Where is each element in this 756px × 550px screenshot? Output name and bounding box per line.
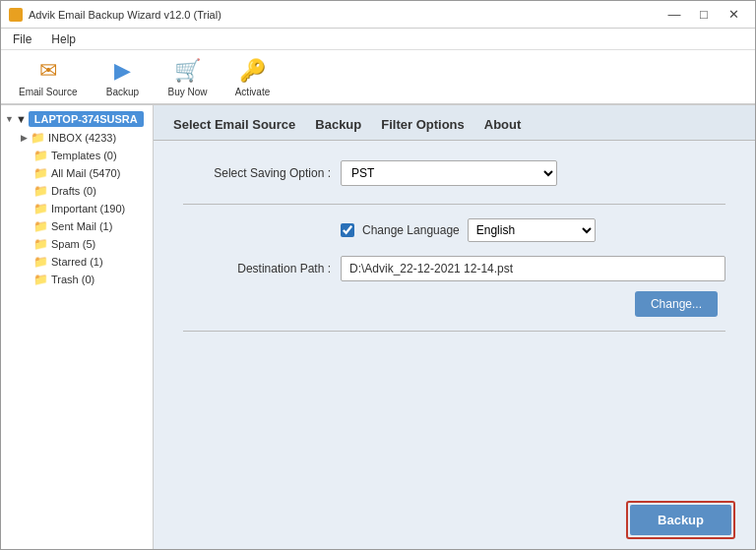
sidebar-item-inbox-label: INBOX (4233) <box>48 132 116 144</box>
sidebar-item-trash-label: Trash (0) <box>51 274 94 285</box>
destination-row: Destination Path : D:\Advik_22-12-2021 1… <box>183 256 725 281</box>
backup-button-wrapper: Backup <box>626 501 735 539</box>
divider-bottom <box>183 331 725 332</box>
window-title: Advik Email Backup Wizard v12.0 (Trial) <box>29 9 221 21</box>
tab-backup[interactable]: Backup <box>315 115 361 134</box>
change-language-label: Change Language <box>362 223 460 237</box>
toolbar-backup-label: Backup <box>106 87 139 97</box>
sidebar-item-sentmail[interactable]: 📁 Sent Mail (1) <box>17 217 153 235</box>
title-bar-left: Advik Email Backup Wizard v12.0 (Trial) <box>9 8 221 22</box>
sentmail-folder-icon: 📁 <box>33 219 48 233</box>
toolbar-email-source[interactable]: ✉ Email Source <box>13 53 83 101</box>
sidebar-item-sentmail-label: Sent Mail (1) <box>51 220 112 232</box>
menu-help[interactable]: Help <box>47 31 80 48</box>
spam-folder-icon: 📁 <box>33 237 48 251</box>
trash-folder-icon: 📁 <box>33 273 48 286</box>
sidebar-group: ▶ 📁 INBOX (4233) 📁 Templates (0) 📁 All M… <box>1 129 153 288</box>
minimize-button[interactable]: — <box>661 4 688 26</box>
inbox-expand-icon: ▶ <box>21 133 28 143</box>
expand-sub-icon: ▼ <box>16 113 27 125</box>
toolbar-activate[interactable]: 🔑 Activate <box>228 53 276 101</box>
title-controls: — □ ✕ <box>661 4 747 26</box>
sidebar-item-spam-label: Spam (5) <box>51 238 95 250</box>
toolbar: ✉ Email Source ▶ Backup 🛒 Buy Now 🔑 Acti… <box>1 50 755 105</box>
backup-icon: ▶ <box>108 57 136 85</box>
drafts-folder-icon: 📁 <box>33 184 48 198</box>
close-button[interactable]: ✕ <box>720 4 747 26</box>
menu-file[interactable]: File <box>9 31 35 48</box>
buy-now-icon: 🛒 <box>173 57 201 85</box>
sidebar-item-important-label: Important (190) <box>51 203 125 214</box>
change-button[interactable]: Change... <box>635 291 718 317</box>
sidebar-item-templates-label: Templates (0) <box>51 150 117 161</box>
tab-filter-options[interactable]: Filter Options <box>381 115 465 134</box>
language-row: Change Language English French Spanish G… <box>183 218 725 242</box>
sidebar-item-starred[interactable]: 📁 Starred (1) <box>17 253 153 271</box>
saving-option-row: Select Saving Option : PST MBOX EML MSG … <box>183 160 725 186</box>
title-bar: Advik Email Backup Wizard v12.0 (Trial) … <box>1 1 755 29</box>
toolbar-email-source-label: Email Source <box>19 87 77 97</box>
nav-tabs: Select Email Source Backup Filter Option… <box>154 105 755 141</box>
allmail-folder-icon: 📁 <box>33 166 48 180</box>
app-icon <box>9 8 23 22</box>
saving-option-select[interactable]: PST MBOX EML MSG HTML PDF <box>341 160 557 186</box>
change-btn-row: Change... <box>183 291 725 317</box>
sidebar-item-trash[interactable]: 📁 Trash (0) <box>17 271 153 288</box>
activate-icon: 🔑 <box>238 57 266 85</box>
inbox-folder-icon: 📁 <box>31 131 45 145</box>
destination-label: Destination Path : <box>183 262 341 275</box>
form-area: Select Saving Option : PST MBOX EML MSG … <box>154 141 755 491</box>
sidebar-item-spam[interactable]: 📁 Spam (5) <box>17 235 153 253</box>
backup-button[interactable]: Backup <box>630 505 731 535</box>
change-language-checkbox[interactable] <box>341 223 354 237</box>
root-expand-icon: ▼ <box>5 114 14 124</box>
toolbar-activate-label: Activate <box>235 87 271 97</box>
toolbar-buy-now[interactable]: 🛒 Buy Now <box>161 53 213 101</box>
sidebar: ▼ ▼ LAPTOP-374SUSRA ▶ 📁 INBOX (4233) 📁 T… <box>1 105 154 549</box>
sidebar-item-drafts[interactable]: 📁 Drafts (0) <box>17 182 153 200</box>
menu-bar: File Help <box>1 29 755 50</box>
tab-select-email-source[interactable]: Select Email Source <box>173 115 295 134</box>
starred-folder-icon: 📁 <box>33 255 48 269</box>
maximize-button[interactable]: □ <box>690 4 718 26</box>
divider-top <box>183 204 725 205</box>
sidebar-item-drafts-label: Drafts (0) <box>51 185 96 197</box>
email-source-icon: ✉ <box>34 57 62 85</box>
sidebar-laptop-label[interactable]: LAPTOP-374SUSRA <box>29 111 144 127</box>
saving-option-label: Select Saving Option : <box>183 166 341 180</box>
sidebar-item-important[interactable]: 📁 Important (190) <box>17 200 153 217</box>
destination-path-display: D:\Advik_22-12-2021 12-14.pst <box>341 256 725 281</box>
sidebar-root[interactable]: ▼ ▼ LAPTOP-374SUSRA <box>1 109 153 129</box>
toolbar-buy-now-label: Buy Now <box>167 87 207 97</box>
app-window: Advik Email Backup Wizard v12.0 (Trial) … <box>0 0 756 550</box>
content-area: ▼ ▼ LAPTOP-374SUSRA ▶ 📁 INBOX (4233) 📁 T… <box>1 105 755 549</box>
sidebar-item-allmail-label: All Mail (5470) <box>51 167 120 179</box>
sidebar-item-allmail[interactable]: 📁 All Mail (5470) <box>17 164 153 182</box>
templates-folder-icon: 📁 <box>33 149 48 162</box>
toolbar-backup[interactable]: ▶ Backup <box>98 53 146 101</box>
important-folder-icon: 📁 <box>33 202 48 215</box>
bottom-bar: Backup <box>154 491 755 549</box>
sidebar-item-templates[interactable]: 📁 Templates (0) <box>17 147 153 164</box>
tab-about[interactable]: About <box>484 115 522 134</box>
main-panel: Select Email Source Backup Filter Option… <box>154 105 755 549</box>
sidebar-item-starred-label: Starred (1) <box>51 256 103 268</box>
language-select[interactable]: English French Spanish German <box>468 218 596 242</box>
sidebar-item-inbox[interactable]: ▶ 📁 INBOX (4233) <box>17 129 153 147</box>
